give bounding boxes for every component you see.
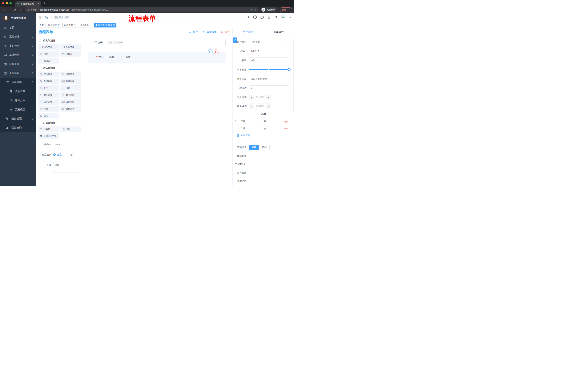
gender-checkbox-option2[interactable]: 选项二 — [122, 55, 133, 59]
help-icon[interactable]: ? — [260, 15, 264, 20]
slider-handle[interactable] — [288, 68, 291, 71]
palette-item-button[interactable]: 按钮 — [60, 127, 81, 132]
plus-icon[interactable]: + — [266, 104, 271, 109]
font-size-icon[interactable]: TT — [274, 16, 277, 19]
save-button[interactable]: 保存 — [189, 30, 198, 34]
reload-icon[interactable]: ⟳ — [13, 8, 18, 11]
field-name-input[interactable] — [249, 48, 289, 54]
sidebar-item-system[interactable]: ⚙ 系统管理 ᐯ — [0, 32, 36, 41]
tag-process-form[interactable]: 流程表单✕ — [78, 23, 93, 28]
sidebar-item-devtools[interactable]: 研发工具 ᐯ — [0, 60, 36, 69]
delete-widget-button[interactable] — [214, 49, 219, 54]
palette-item-counter[interactable]: 123 计数器 — [60, 51, 81, 57]
home-icon[interactable]: ⌂ — [18, 8, 23, 11]
sidebar-item-process-model[interactable]: 流程模型 — [0, 105, 36, 114]
minimize-window-button[interactable] — [6, 2, 8, 4]
breadcrumb-home[interactable]: 首页 — [44, 16, 50, 19]
option1-label-input[interactable] — [239, 119, 261, 124]
canvas-phone-field[interactable]: 手机号 请输入手机号 — [83, 39, 226, 46]
view-json-button[interactable]: 查看json — [202, 30, 217, 34]
min-select-stepper[interactable]: −至少应选+ — [249, 95, 271, 100]
copy-widget-button[interactable] — [208, 49, 213, 54]
tag-process-form-edit[interactable]: 流程表单-编辑✕ — [94, 23, 116, 28]
canvas-gender-widget-selected[interactable]: 性别 选项一 选项二 — [88, 52, 226, 63]
link-tag-button[interactable] — [233, 37, 237, 43]
tag-home[interactable]: 首页 — [38, 23, 45, 28]
style-button-button[interactable]: 按钮 — [259, 145, 270, 150]
tab-component-props[interactable]: 组件属性 — [233, 28, 263, 36]
sidebar-logo[interactable]: 芋道管理系统 — [0, 13, 36, 23]
status-radio-off[interactable]: 关闭 — [66, 152, 74, 158]
bookmark-star-icon[interactable]: ☆ — [254, 8, 256, 11]
drag-handle-icon[interactable] — [234, 127, 237, 130]
browser-menu-icon[interactable]: ⋮ — [288, 8, 290, 11]
palette-item-cascader[interactable]: 级联选择 — [60, 72, 81, 77]
close-icon[interactable]: ✕ — [74, 24, 75, 26]
drag-handle-icon[interactable] — [234, 120, 237, 123]
sidebar-item-workflow[interactable]: 工作流程 ᐱ — [0, 69, 36, 78]
window-controls[interactable] — [2, 2, 12, 4]
zoom-window-button[interactable] — [10, 2, 12, 4]
palette-item-editor[interactable]: 编辑器 — [38, 58, 59, 64]
tag-process-model[interactable]: 流程模型✕ — [63, 23, 77, 28]
sidebar-item-user-group[interactable]: 用户分组 — [0, 96, 36, 105]
remark-textarea[interactable]: 嘿嘿 — [53, 162, 80, 173]
option1-value-input[interactable] — [262, 119, 283, 124]
palette-item-slider[interactable]: 滑块 — [60, 85, 81, 91]
sidebar-item-process-form[interactable]: 流程表单 — [0, 87, 36, 96]
palette-item-color-picker[interactable]: 颜色选择 — [60, 106, 81, 112]
back-icon[interactable]: ← — [2, 8, 7, 11]
tab-form-props[interactable]: 表单属性 — [263, 28, 294, 36]
fullscreen-icon[interactable] — [267, 16, 271, 20]
plus-icon[interactable]: + — [266, 95, 271, 100]
clear-button[interactable]: 清空 — [221, 30, 230, 34]
hamburger-icon[interactable] — [38, 16, 42, 20]
palette-item-checkbox-group[interactable]: 多选框组 — [60, 78, 81, 84]
user-avatar[interactable]: ▼ — [281, 14, 291, 21]
palette-item-textarea[interactable]: 多行文本 — [60, 44, 81, 50]
scrollbar[interactable] — [293, 39, 294, 112]
title-input[interactable] — [249, 57, 289, 63]
palette-item-time-range[interactable]: 时间范围 — [60, 92, 81, 98]
palette-item-switch[interactable]: 开关 — [38, 85, 59, 91]
address-bar[interactable]: 不安全 dashboard.yudao.iocoder.cn/bpm/manag… — [25, 7, 259, 12]
close-icon[interactable]: ✕ — [58, 24, 60, 26]
close-icon[interactable]: ✕ — [90, 24, 91, 26]
palette-item-select[interactable]: 下拉选择 — [38, 72, 59, 77]
palette-item-table[interactable]: 表格[开发中] — [38, 133, 59, 139]
forward-icon[interactable]: → — [7, 8, 12, 11]
gender-checkbox-option1[interactable]: 选项一 — [105, 55, 116, 59]
search-icon[interactable] — [246, 16, 250, 20]
default-value-input[interactable] — [249, 85, 289, 91]
palette-item-upload[interactable]: 上传 — [38, 113, 59, 118]
palette-item-rate[interactable]: 评分 — [38, 106, 59, 112]
form-grid-slider[interactable] — [249, 67, 289, 73]
remove-option-icon[interactable] — [284, 120, 288, 123]
sidebar-item-process-mgmt[interactable]: 流程管理 ᐱ — [0, 78, 36, 87]
option2-value-input[interactable] — [262, 126, 283, 131]
palette-item-radio-group[interactable]: 单选框组 — [38, 78, 59, 84]
status-radio-on[interactable]: 开启 — [53, 152, 62, 158]
palette-item-password[interactable]: 密码 — [38, 51, 59, 57]
minus-icon[interactable]: − — [249, 95, 254, 100]
sidebar-item-infra[interactable]: 基础设施 ᐯ — [0, 50, 36, 60]
github-icon[interactable] — [253, 15, 257, 20]
form-name-input[interactable] — [53, 142, 80, 147]
palette-item-input[interactable]: 单行文本 — [38, 44, 59, 50]
browser-update-button[interactable]: 更新 ⋮ — [280, 8, 292, 12]
sidebar-item-home[interactable]: 首页 — [0, 23, 36, 32]
label-width-input[interactable] — [249, 76, 289, 82]
phone-input[interactable]: 请输入手机号 — [105, 39, 226, 46]
sidebar-item-task-mgmt[interactable]: 任务管理 ᐯ — [0, 114, 36, 123]
palette-item-time-picker[interactable]: 时间选择 — [38, 92, 59, 98]
palette-item-date-range[interactable]: 日期范围 — [60, 99, 81, 105]
key-icon[interactable] — [250, 8, 252, 11]
minus-icon[interactable]: − — [249, 104, 254, 109]
add-option-button[interactable]: 添加选项 — [233, 134, 294, 137]
tab-close-icon[interactable]: ✕ — [38, 2, 40, 5]
sidebar-item-leave-query[interactable]: 请假查询 — [0, 123, 36, 132]
close-window-button[interactable] — [2, 2, 4, 4]
tag-process-definition[interactable]: 流程定义✕ — [47, 23, 61, 28]
option2-label-input[interactable] — [239, 126, 261, 131]
new-tab-button[interactable]: + — [44, 1, 46, 5]
